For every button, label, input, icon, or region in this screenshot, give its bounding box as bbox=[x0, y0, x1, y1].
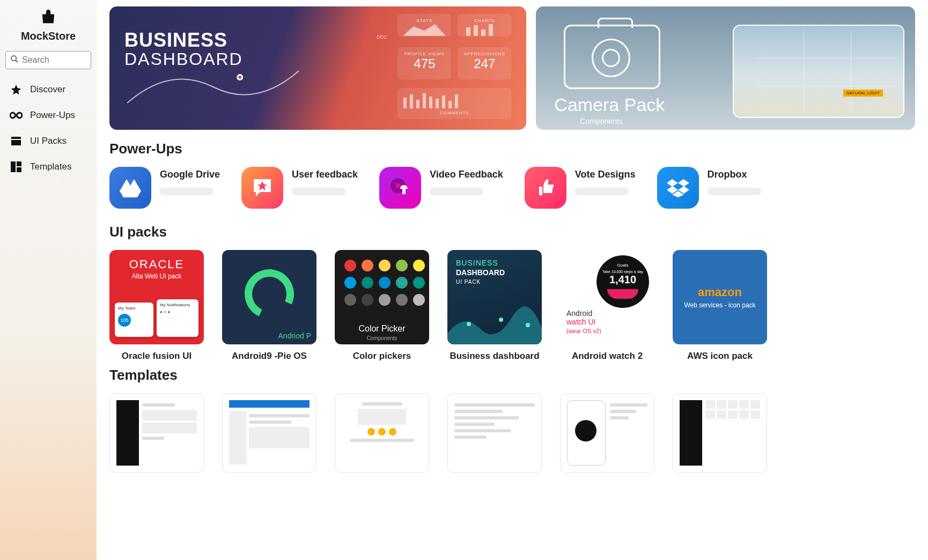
video-icon bbox=[379, 167, 421, 209]
nav-label: UI Packs bbox=[30, 136, 67, 146]
nav-uipacks[interactable]: UI Packs bbox=[0, 128, 97, 154]
progress-bar bbox=[160, 188, 213, 195]
hero-camera-pack[interactable]: Camera Pack Components NATURAL LIGHT bbox=[536, 6, 915, 130]
uipacks-grid: ORACLE Alta Web UI pack My Team105 My No… bbox=[109, 250, 915, 362]
google-drive-icon bbox=[109, 167, 151, 209]
phone-mockup: NATURAL LIGHT bbox=[733, 25, 904, 118]
profile-views-label: PROFILE VIEWS bbox=[403, 51, 446, 56]
pack-thumbnail: GoalsTake 10,000 steps a day1,410 Androi… bbox=[560, 250, 654, 344]
template-card[interactable] bbox=[335, 393, 429, 473]
thumbs-up-icon bbox=[525, 167, 566, 209]
pack-title: Android9 -Pie OS bbox=[222, 351, 316, 362]
template-card[interactable] bbox=[109, 393, 204, 473]
search-icon bbox=[10, 55, 19, 65]
stats-label: STATS bbox=[403, 18, 446, 23]
nav-label: Power-Ups bbox=[30, 110, 75, 121]
pack-android-watch[interactable]: GoalsTake 10,000 steps a day1,410 Androi… bbox=[560, 250, 654, 362]
charts-label: CHARTS bbox=[463, 18, 506, 23]
svg-rect-11 bbox=[489, 24, 493, 36]
template-card[interactable] bbox=[222, 393, 316, 473]
sidebar: MockStore Discover Power-Ups UI Packs Te… bbox=[0, 0, 97, 560]
svg-rect-4 bbox=[11, 161, 16, 172]
svg-rect-13 bbox=[410, 94, 413, 108]
svg-point-29 bbox=[526, 323, 530, 327]
hero-title-1: BUSINESS bbox=[124, 29, 227, 51]
powerup-video-feedback[interactable]: Video Feedback bbox=[379, 167, 503, 209]
pack-title: Oracle fusion UI bbox=[109, 351, 204, 362]
svg-rect-14 bbox=[416, 100, 419, 108]
star-icon bbox=[10, 83, 23, 96]
svg-rect-17 bbox=[436, 99, 439, 108]
pack-android-pie[interactable]: Andriod P Android9 -Pie OS bbox=[222, 250, 316, 362]
comments-label: COMMENTS bbox=[403, 110, 506, 115]
pack-thumbnail: BUSINESS DASHBOARD UI PACK bbox=[447, 250, 542, 344]
hero-camera-title: Camera Pack bbox=[554, 94, 665, 115]
search-input[interactable] bbox=[22, 55, 86, 65]
pack-thumbnail: ORACLE Alta Web UI pack My Team105 My No… bbox=[109, 250, 204, 344]
section-title-powerups: Power-Ups bbox=[109, 141, 915, 157]
powerup-user-feedback[interactable]: User feedback bbox=[241, 167, 358, 209]
svg-rect-5 bbox=[17, 161, 21, 166]
template-card[interactable] bbox=[560, 393, 654, 473]
nav-label: Discover bbox=[30, 84, 65, 95]
feedback-icon bbox=[241, 167, 283, 209]
pack-title: Color pickers bbox=[335, 351, 429, 362]
grid-icon bbox=[10, 160, 23, 173]
svg-rect-8 bbox=[466, 27, 470, 36]
svg-point-27 bbox=[467, 322, 471, 326]
section-title-templates: Templates bbox=[109, 367, 915, 384]
powerup-google-drive[interactable]: Google Drive bbox=[109, 167, 220, 209]
appreciations-value: 247 bbox=[463, 56, 506, 71]
templates-grid bbox=[109, 393, 915, 473]
svg-rect-2 bbox=[11, 137, 21, 139]
app-name: MockStore bbox=[21, 30, 76, 42]
hero-camera-subtitle: Components bbox=[580, 117, 622, 126]
svg-rect-6 bbox=[17, 167, 21, 172]
dec-label: DEC bbox=[377, 34, 387, 40]
hero-business-dashboard[interactable]: BUSINESS DASHBOARD STATS CHARTS PROFILE … bbox=[109, 6, 526, 130]
pack-thumbnail: Andriod P bbox=[222, 250, 316, 344]
svg-point-28 bbox=[499, 318, 503, 322]
nav-templates[interactable]: Templates bbox=[0, 154, 97, 180]
powerup-name: Dropbox bbox=[708, 169, 761, 180]
powerups-list: Google Drive User feedback Video Feedbac… bbox=[109, 167, 915, 209]
progress-bar bbox=[708, 188, 761, 195]
nav-discover[interactable]: Discover bbox=[0, 77, 97, 102]
pack-oracle[interactable]: ORACLE Alta Web UI pack My Team105 My No… bbox=[109, 250, 204, 362]
infinity-icon bbox=[10, 109, 23, 122]
template-card[interactable] bbox=[447, 393, 542, 473]
svg-rect-16 bbox=[429, 97, 432, 108]
svg-marker-7 bbox=[403, 24, 446, 36]
profile-views-value: 475 bbox=[403, 56, 446, 71]
progress-bar bbox=[430, 188, 483, 195]
powerup-dropbox[interactable]: Dropbox bbox=[657, 167, 761, 209]
nav-label: Templates bbox=[30, 161, 71, 172]
svg-line-1 bbox=[16, 60, 18, 62]
powerup-vote-designs[interactable]: Vote Designs bbox=[525, 167, 636, 209]
app-logo[interactable]: MockStore bbox=[0, 10, 97, 42]
search-box[interactable] bbox=[5, 51, 91, 69]
camera-lens-icon bbox=[592, 39, 630, 77]
shopping-bag-icon bbox=[39, 10, 58, 27]
powerup-name: Vote Designs bbox=[575, 169, 636, 180]
powerup-name: Video Feedback bbox=[430, 169, 503, 180]
section-title-uipacks: UI packs bbox=[109, 224, 915, 240]
natural-light-tag: NATURAL LIGHT bbox=[843, 90, 883, 97]
stack-icon bbox=[10, 135, 23, 148]
powerup-name: Google Drive bbox=[160, 169, 220, 180]
svg-rect-10 bbox=[481, 30, 485, 36]
pack-thumbnail: Color Picker Components bbox=[335, 250, 429, 344]
pack-thumbnail: amazon Web services - icon pack bbox=[673, 250, 767, 344]
main-content: BUSINESS DASHBOARD STATS CHARTS PROFILE … bbox=[97, 0, 928, 560]
pack-color-pickers[interactable]: Color Picker Components Color pickers bbox=[335, 250, 429, 362]
svg-rect-15 bbox=[423, 93, 426, 108]
powerup-name: User feedback bbox=[292, 169, 358, 180]
svg-rect-20 bbox=[455, 94, 458, 108]
nav-powerups[interactable]: Power-Ups bbox=[0, 102, 97, 128]
pack-business-dashboard[interactable]: BUSINESS DASHBOARD UI PACK Business dash… bbox=[447, 250, 542, 362]
progress-bar bbox=[292, 188, 345, 195]
template-card[interactable] bbox=[673, 393, 767, 473]
svg-point-0 bbox=[11, 56, 16, 61]
pack-aws[interactable]: amazon Web services - icon pack AWS icon… bbox=[673, 250, 767, 362]
progress-bar bbox=[575, 188, 629, 195]
